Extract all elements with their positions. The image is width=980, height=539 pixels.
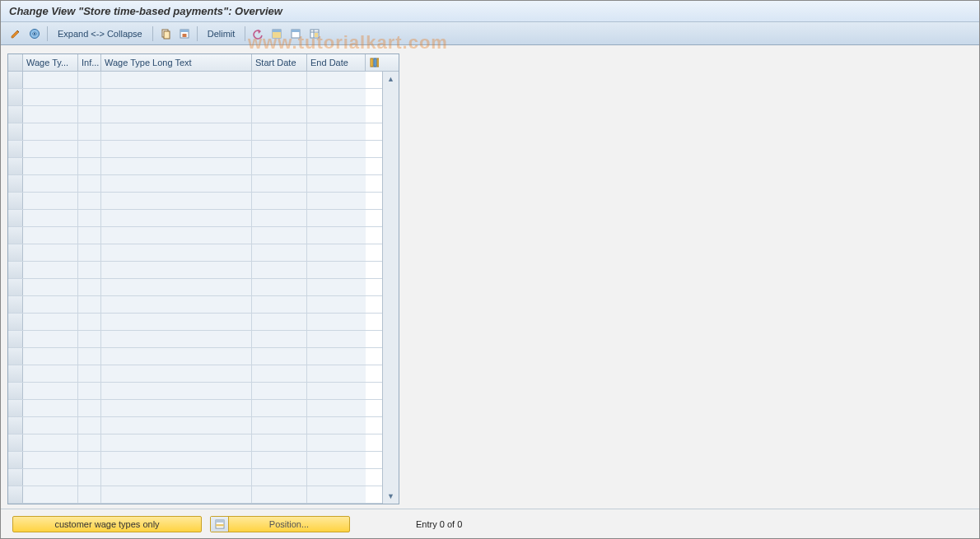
cell-inf[interactable]	[78, 210, 101, 226]
cell-wage-type[interactable]	[23, 314, 78, 330]
row-selector[interactable]	[8, 365, 23, 382]
cell-inf[interactable]	[78, 365, 101, 382]
cell-wage-type[interactable]	[23, 296, 78, 313]
scroll-down-icon[interactable]: ▼	[384, 489, 399, 504]
cell-inf[interactable]	[78, 262, 101, 278]
cell-long-text[interactable]	[101, 227, 252, 244]
cell-start-date[interactable]	[252, 244, 307, 261]
row-selector[interactable]	[8, 417, 23, 434]
cell-end-date[interactable]	[307, 106, 366, 123]
cell-long-text[interactable]	[101, 331, 252, 347]
cell-start-date[interactable]	[252, 434, 307, 451]
table-row[interactable]	[8, 417, 382, 434]
cell-start-date[interactable]	[252, 417, 307, 434]
cell-end-date[interactable]	[307, 383, 366, 399]
cell-inf[interactable]	[78, 383, 101, 399]
cell-inf[interactable]	[78, 175, 101, 192]
cell-long-text[interactable]	[101, 175, 252, 192]
row-selector[interactable]	[8, 314, 23, 330]
cell-start-date[interactable]	[252, 279, 307, 295]
cell-long-text[interactable]	[101, 106, 252, 123]
row-selector[interactable]	[8, 89, 23, 105]
cell-inf[interactable]	[78, 314, 101, 330]
row-selector[interactable]	[8, 331, 23, 347]
cell-inf[interactable]	[78, 296, 101, 313]
cell-start-date[interactable]	[252, 123, 307, 140]
cell-inf[interactable]	[78, 123, 101, 140]
cell-wage-type[interactable]	[23, 331, 78, 347]
table-row[interactable]	[8, 227, 382, 244]
cell-long-text[interactable]	[101, 158, 252, 174]
cell-end-date[interactable]	[307, 193, 366, 209]
undo-icon[interactable]	[250, 26, 266, 42]
table-row[interactable]	[8, 106, 382, 123]
row-selector[interactable]	[8, 123, 23, 140]
cell-start-date[interactable]	[252, 452, 307, 468]
position-button[interactable]: Position...	[210, 516, 350, 532]
row-selector[interactable]	[8, 141, 23, 157]
table-row[interactable]	[8, 434, 382, 452]
table-row[interactable]	[8, 123, 382, 141]
cell-start-date[interactable]	[252, 262, 307, 278]
cell-start-date[interactable]	[252, 331, 307, 347]
cell-wage-type[interactable]	[23, 469, 78, 486]
cell-end-date[interactable]	[307, 244, 366, 261]
cell-inf[interactable]	[78, 452, 101, 468]
table-row[interactable]	[8, 141, 382, 158]
cell-end-date[interactable]	[307, 314, 366, 330]
row-selector[interactable]	[8, 210, 23, 226]
cell-end-date[interactable]	[307, 158, 366, 174]
cell-long-text[interactable]	[101, 365, 252, 382]
cell-wage-type[interactable]	[23, 227, 78, 244]
cell-start-date[interactable]	[252, 175, 307, 192]
cell-wage-type[interactable]	[23, 244, 78, 261]
cell-wage-type[interactable]	[23, 417, 78, 434]
cell-long-text[interactable]	[101, 141, 252, 157]
cell-start-date[interactable]	[252, 348, 307, 365]
cell-inf[interactable]	[78, 279, 101, 295]
cell-end-date[interactable]	[307, 175, 366, 192]
table-row[interactable]	[8, 193, 382, 210]
cell-wage-type[interactable]	[23, 400, 78, 416]
row-selector[interactable]	[8, 383, 23, 399]
cell-start-date[interactable]	[252, 227, 307, 244]
cell-end-date[interactable]	[307, 89, 366, 105]
cell-long-text[interactable]	[101, 434, 252, 451]
cell-long-text[interactable]	[101, 89, 252, 105]
cell-wage-type[interactable]	[23, 348, 78, 365]
cell-end-date[interactable]	[307, 296, 366, 313]
other-view-icon[interactable]	[26, 26, 43, 42]
cell-start-date[interactable]	[252, 72, 307, 88]
row-selector[interactable]	[8, 452, 23, 468]
table-row[interactable]	[8, 383, 382, 400]
cell-wage-type[interactable]	[23, 158, 78, 174]
scroll-up-icon[interactable]: ▲	[384, 72, 399, 86]
cell-long-text[interactable]	[101, 262, 252, 278]
table-row[interactable]	[8, 210, 382, 227]
select-all-icon[interactable]	[176, 26, 193, 42]
table-row[interactable]	[8, 452, 382, 469]
cell-end-date[interactable]	[307, 279, 366, 295]
col-inf[interactable]: Inf...	[78, 54, 101, 71]
cell-end-date[interactable]	[307, 486, 366, 503]
cell-end-date[interactable]	[307, 141, 366, 157]
row-selector[interactable]	[8, 400, 23, 416]
configure-columns-icon[interactable]	[366, 54, 382, 71]
cell-wage-type[interactable]	[23, 434, 78, 451]
col-wage-long-text[interactable]: Wage Type Long Text	[101, 54, 252, 71]
cell-end-date[interactable]	[307, 348, 366, 365]
cell-start-date[interactable]	[252, 141, 307, 157]
table-row[interactable]	[8, 158, 382, 175]
cell-inf[interactable]	[78, 434, 101, 451]
cell-start-date[interactable]	[252, 314, 307, 330]
cell-inf[interactable]	[78, 244, 101, 261]
cell-long-text[interactable]	[101, 296, 252, 313]
cell-long-text[interactable]	[101, 314, 252, 330]
cell-start-date[interactable]	[252, 193, 307, 209]
cell-wage-type[interactable]	[23, 210, 78, 226]
cell-inf[interactable]	[78, 400, 101, 416]
cell-end-date[interactable]	[307, 262, 366, 278]
table-row[interactable]	[8, 279, 382, 296]
cell-long-text[interactable]	[101, 469, 252, 486]
toggle-display-change-icon[interactable]	[7, 26, 24, 42]
